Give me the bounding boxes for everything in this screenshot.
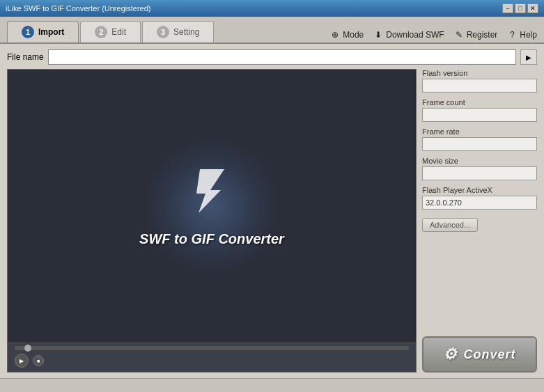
tab-setting-number: 3 xyxy=(157,26,169,38)
tab-import-label: Import xyxy=(38,27,64,37)
playback-controls: ▶ ■ xyxy=(12,352,412,369)
file-row: File name ▶ xyxy=(7,49,537,65)
flash-player-input[interactable] xyxy=(422,196,537,210)
main-body: SWF to GIF Converter ▶ ■ xyxy=(7,69,537,373)
download-swf-button[interactable]: ⬇ Download SWF xyxy=(373,30,444,40)
side-panel: Flash version Frame count Frame rate Mov… xyxy=(422,69,537,373)
title-bar: iLike SWF to GIF Converter (Unregistered… xyxy=(0,0,544,17)
help-icon: ? xyxy=(507,30,517,40)
play-icon: ▶ xyxy=(20,358,24,364)
convert-button[interactable]: ⚙ Convert xyxy=(422,336,537,373)
status-bar xyxy=(0,378,544,392)
tab-edit-label: Edit xyxy=(111,27,126,37)
movie-size-input[interactable] xyxy=(422,166,537,180)
flash-version-label: Flash version xyxy=(422,69,537,77)
tab-edit-number: 2 xyxy=(95,26,107,38)
main-window: 1 Import 2 Edit 3 Setting ⊕ Mode ⬇ Downl… xyxy=(0,17,544,392)
browse-arrow-icon: ▶ xyxy=(526,54,531,61)
stop-icon: ■ xyxy=(37,359,40,363)
flash-player-group: Flash Player ActiveX xyxy=(422,186,537,210)
tab-setting[interactable]: 3 Setting xyxy=(142,21,214,42)
stop-button[interactable]: ■ xyxy=(33,355,44,366)
maximize-button[interactable]: □ xyxy=(515,3,526,13)
flash-version-input[interactable] xyxy=(422,79,537,93)
side-info: Flash version Frame count Frame rate Mov… xyxy=(422,69,537,331)
advanced-button[interactable]: Advanced... xyxy=(422,218,478,232)
register-button[interactable]: ✎ Register xyxy=(454,30,498,40)
tab-list: 1 Import 2 Edit 3 Setting xyxy=(7,21,214,42)
preview-panel: SWF to GIF Converter ▶ ■ xyxy=(7,69,417,373)
file-browse-button[interactable]: ▶ xyxy=(520,49,537,65)
tab-import[interactable]: 1 Import xyxy=(7,21,79,42)
mode-button[interactable]: ⊕ Mode xyxy=(330,30,364,40)
file-name-label: File name xyxy=(7,52,44,62)
preview-content: SWF to GIF Converter xyxy=(8,70,416,343)
mode-icon: ⊕ xyxy=(330,30,340,40)
frame-count-group: Frame count xyxy=(422,98,537,122)
frame-rate-input[interactable] xyxy=(422,137,537,151)
file-name-input[interactable] xyxy=(48,49,516,65)
frame-rate-group: Frame rate xyxy=(422,127,537,151)
window-controls: − □ ✕ xyxy=(502,3,538,13)
flash-logo-icon xyxy=(193,166,231,224)
content-area: File name ▶ SWF to GIF Converter xyxy=(0,44,544,378)
convert-gear-icon: ⚙ xyxy=(443,345,458,363)
frame-count-input[interactable] xyxy=(422,108,537,122)
download-icon: ⬇ xyxy=(373,30,383,40)
frame-count-label: Frame count xyxy=(422,98,537,107)
playback-bar: ▶ ■ xyxy=(8,343,416,372)
minimize-button[interactable]: − xyxy=(502,3,513,13)
movie-size-label: Movie size xyxy=(422,157,537,165)
tab-setting-label: Setting xyxy=(173,27,199,37)
tab-import-number: 1 xyxy=(22,26,34,38)
convert-label: Convert xyxy=(463,347,515,362)
toolbar-right: ⊕ Mode ⬇ Download SWF ✎ Register ? Help xyxy=(330,30,537,42)
register-icon: ✎ xyxy=(454,30,464,40)
preview-label: SWF to GIF Converter xyxy=(139,231,284,247)
tab-edit[interactable]: 2 Edit xyxy=(80,21,141,42)
play-button[interactable]: ▶ xyxy=(15,354,29,368)
convert-area: ⚙ Convert xyxy=(422,336,537,373)
close-button[interactable]: ✕ xyxy=(527,3,538,13)
help-button[interactable]: ? Help xyxy=(507,30,537,40)
window-title: iLike SWF to GIF Converter (Unregistered… xyxy=(6,4,150,13)
tab-bar: 1 Import 2 Edit 3 Setting ⊕ Mode ⬇ Downl… xyxy=(0,17,544,44)
progress-track[interactable] xyxy=(15,346,409,350)
movie-size-group: Movie size xyxy=(422,157,537,180)
flash-player-label: Flash Player ActiveX xyxy=(422,186,537,194)
progress-thumb[interactable] xyxy=(24,345,31,352)
frame-rate-label: Frame rate xyxy=(422,127,537,136)
flash-version-group: Flash version xyxy=(422,69,537,93)
